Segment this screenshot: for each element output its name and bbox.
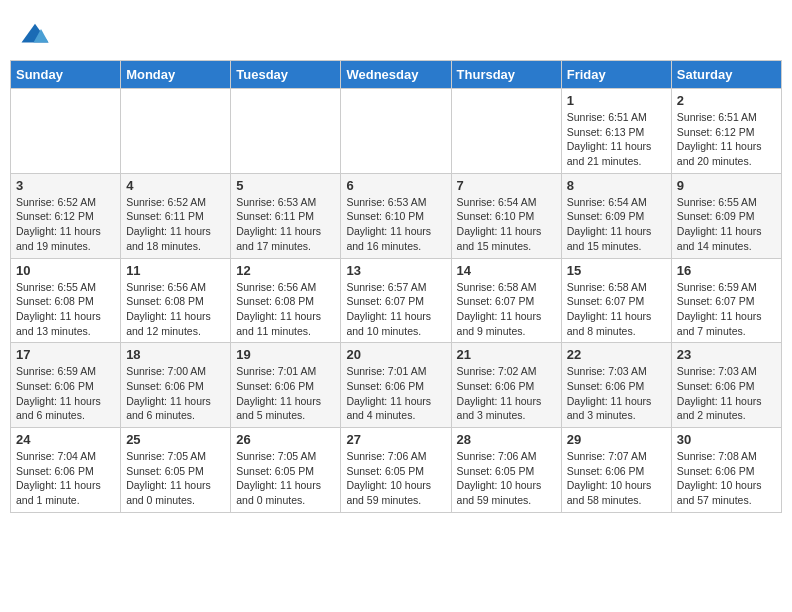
day-number: 7 — [457, 178, 556, 193]
day-number: 24 — [16, 432, 115, 447]
calendar-cell: 23Sunrise: 7:03 AM Sunset: 6:06 PM Dayli… — [671, 343, 781, 428]
calendar-cell: 5Sunrise: 6:53 AM Sunset: 6:11 PM Daylig… — [231, 173, 341, 258]
calendar-cell: 27Sunrise: 7:06 AM Sunset: 6:05 PM Dayli… — [341, 428, 451, 513]
calendar-cell: 26Sunrise: 7:05 AM Sunset: 6:05 PM Dayli… — [231, 428, 341, 513]
page-header — [10, 10, 782, 55]
day-info: Sunrise: 7:05 AM Sunset: 6:05 PM Dayligh… — [236, 449, 335, 508]
day-number: 10 — [16, 263, 115, 278]
day-info: Sunrise: 7:00 AM Sunset: 6:06 PM Dayligh… — [126, 364, 225, 423]
day-number: 25 — [126, 432, 225, 447]
day-number: 16 — [677, 263, 776, 278]
calendar-cell: 9Sunrise: 6:55 AM Sunset: 6:09 PM Daylig… — [671, 173, 781, 258]
day-info: Sunrise: 6:53 AM Sunset: 6:11 PM Dayligh… — [236, 195, 335, 254]
day-info: Sunrise: 6:59 AM Sunset: 6:06 PM Dayligh… — [16, 364, 115, 423]
calendar-cell: 16Sunrise: 6:59 AM Sunset: 6:07 PM Dayli… — [671, 258, 781, 343]
day-info: Sunrise: 6:57 AM Sunset: 6:07 PM Dayligh… — [346, 280, 445, 339]
day-number: 11 — [126, 263, 225, 278]
day-number: 6 — [346, 178, 445, 193]
day-number: 4 — [126, 178, 225, 193]
day-number: 20 — [346, 347, 445, 362]
calendar-cell — [231, 89, 341, 174]
day-info: Sunrise: 6:55 AM Sunset: 6:09 PM Dayligh… — [677, 195, 776, 254]
calendar-cell: 13Sunrise: 6:57 AM Sunset: 6:07 PM Dayli… — [341, 258, 451, 343]
day-info: Sunrise: 6:56 AM Sunset: 6:08 PM Dayligh… — [236, 280, 335, 339]
logo-icon — [20, 20, 50, 50]
calendar-week-row: 3Sunrise: 6:52 AM Sunset: 6:12 PM Daylig… — [11, 173, 782, 258]
day-number: 3 — [16, 178, 115, 193]
day-number: 28 — [457, 432, 556, 447]
calendar-cell: 2Sunrise: 6:51 AM Sunset: 6:12 PM Daylig… — [671, 89, 781, 174]
calendar-week-row: 10Sunrise: 6:55 AM Sunset: 6:08 PM Dayli… — [11, 258, 782, 343]
day-number: 27 — [346, 432, 445, 447]
calendar-week-row: 17Sunrise: 6:59 AM Sunset: 6:06 PM Dayli… — [11, 343, 782, 428]
calendar-cell: 3Sunrise: 6:52 AM Sunset: 6:12 PM Daylig… — [11, 173, 121, 258]
calendar-cell: 30Sunrise: 7:08 AM Sunset: 6:06 PM Dayli… — [671, 428, 781, 513]
day-info: Sunrise: 6:58 AM Sunset: 6:07 PM Dayligh… — [567, 280, 666, 339]
day-number: 18 — [126, 347, 225, 362]
calendar-cell: 15Sunrise: 6:58 AM Sunset: 6:07 PM Dayli… — [561, 258, 671, 343]
calendar-week-row: 1Sunrise: 6:51 AM Sunset: 6:13 PM Daylig… — [11, 89, 782, 174]
calendar-cell: 14Sunrise: 6:58 AM Sunset: 6:07 PM Dayli… — [451, 258, 561, 343]
calendar-cell — [11, 89, 121, 174]
calendar-table: SundayMondayTuesdayWednesdayThursdayFrid… — [10, 60, 782, 513]
calendar-header-row: SundayMondayTuesdayWednesdayThursdayFrid… — [11, 61, 782, 89]
day-number: 2 — [677, 93, 776, 108]
day-number: 19 — [236, 347, 335, 362]
day-number: 1 — [567, 93, 666, 108]
day-info: Sunrise: 6:54 AM Sunset: 6:09 PM Dayligh… — [567, 195, 666, 254]
calendar-cell: 24Sunrise: 7:04 AM Sunset: 6:06 PM Dayli… — [11, 428, 121, 513]
day-info: Sunrise: 7:03 AM Sunset: 6:06 PM Dayligh… — [677, 364, 776, 423]
day-number: 22 — [567, 347, 666, 362]
calendar-cell: 20Sunrise: 7:01 AM Sunset: 6:06 PM Dayli… — [341, 343, 451, 428]
day-info: Sunrise: 6:56 AM Sunset: 6:08 PM Dayligh… — [126, 280, 225, 339]
calendar-cell: 4Sunrise: 6:52 AM Sunset: 6:11 PM Daylig… — [121, 173, 231, 258]
day-info: Sunrise: 7:05 AM Sunset: 6:05 PM Dayligh… — [126, 449, 225, 508]
calendar-cell: 29Sunrise: 7:07 AM Sunset: 6:06 PM Dayli… — [561, 428, 671, 513]
calendar-cell: 10Sunrise: 6:55 AM Sunset: 6:08 PM Dayli… — [11, 258, 121, 343]
day-number: 17 — [16, 347, 115, 362]
day-info: Sunrise: 7:04 AM Sunset: 6:06 PM Dayligh… — [16, 449, 115, 508]
day-info: Sunrise: 7:02 AM Sunset: 6:06 PM Dayligh… — [457, 364, 556, 423]
day-number: 30 — [677, 432, 776, 447]
calendar-cell — [341, 89, 451, 174]
calendar-cell: 7Sunrise: 6:54 AM Sunset: 6:10 PM Daylig… — [451, 173, 561, 258]
logo — [20, 20, 54, 50]
day-number: 13 — [346, 263, 445, 278]
day-number: 21 — [457, 347, 556, 362]
day-number: 5 — [236, 178, 335, 193]
day-number: 8 — [567, 178, 666, 193]
day-info: Sunrise: 6:54 AM Sunset: 6:10 PM Dayligh… — [457, 195, 556, 254]
calendar-cell: 25Sunrise: 7:05 AM Sunset: 6:05 PM Dayli… — [121, 428, 231, 513]
day-info: Sunrise: 6:59 AM Sunset: 6:07 PM Dayligh… — [677, 280, 776, 339]
day-info: Sunrise: 7:01 AM Sunset: 6:06 PM Dayligh… — [236, 364, 335, 423]
day-info: Sunrise: 6:51 AM Sunset: 6:13 PM Dayligh… — [567, 110, 666, 169]
calendar-cell: 28Sunrise: 7:06 AM Sunset: 6:05 PM Dayli… — [451, 428, 561, 513]
calendar-cell: 17Sunrise: 6:59 AM Sunset: 6:06 PM Dayli… — [11, 343, 121, 428]
calendar-cell: 1Sunrise: 6:51 AM Sunset: 6:13 PM Daylig… — [561, 89, 671, 174]
calendar-cell: 21Sunrise: 7:02 AM Sunset: 6:06 PM Dayli… — [451, 343, 561, 428]
calendar-cell: 18Sunrise: 7:00 AM Sunset: 6:06 PM Dayli… — [121, 343, 231, 428]
calendar-header-friday: Friday — [561, 61, 671, 89]
calendar-cell — [121, 89, 231, 174]
day-number: 26 — [236, 432, 335, 447]
day-number: 23 — [677, 347, 776, 362]
calendar-header-sunday: Sunday — [11, 61, 121, 89]
day-number: 12 — [236, 263, 335, 278]
calendar-cell: 19Sunrise: 7:01 AM Sunset: 6:06 PM Dayli… — [231, 343, 341, 428]
day-info: Sunrise: 6:53 AM Sunset: 6:10 PM Dayligh… — [346, 195, 445, 254]
calendar-week-row: 24Sunrise: 7:04 AM Sunset: 6:06 PM Dayli… — [11, 428, 782, 513]
day-info: Sunrise: 7:08 AM Sunset: 6:06 PM Dayligh… — [677, 449, 776, 508]
day-info: Sunrise: 7:01 AM Sunset: 6:06 PM Dayligh… — [346, 364, 445, 423]
calendar-header-monday: Monday — [121, 61, 231, 89]
calendar-cell: 11Sunrise: 6:56 AM Sunset: 6:08 PM Dayli… — [121, 258, 231, 343]
day-info: Sunrise: 6:58 AM Sunset: 6:07 PM Dayligh… — [457, 280, 556, 339]
day-number: 29 — [567, 432, 666, 447]
calendar-cell — [451, 89, 561, 174]
day-info: Sunrise: 7:03 AM Sunset: 6:06 PM Dayligh… — [567, 364, 666, 423]
day-info: Sunrise: 6:52 AM Sunset: 6:11 PM Dayligh… — [126, 195, 225, 254]
day-info: Sunrise: 7:07 AM Sunset: 6:06 PM Dayligh… — [567, 449, 666, 508]
calendar-cell: 8Sunrise: 6:54 AM Sunset: 6:09 PM Daylig… — [561, 173, 671, 258]
day-info: Sunrise: 6:52 AM Sunset: 6:12 PM Dayligh… — [16, 195, 115, 254]
calendar-header-tuesday: Tuesday — [231, 61, 341, 89]
day-number: 14 — [457, 263, 556, 278]
